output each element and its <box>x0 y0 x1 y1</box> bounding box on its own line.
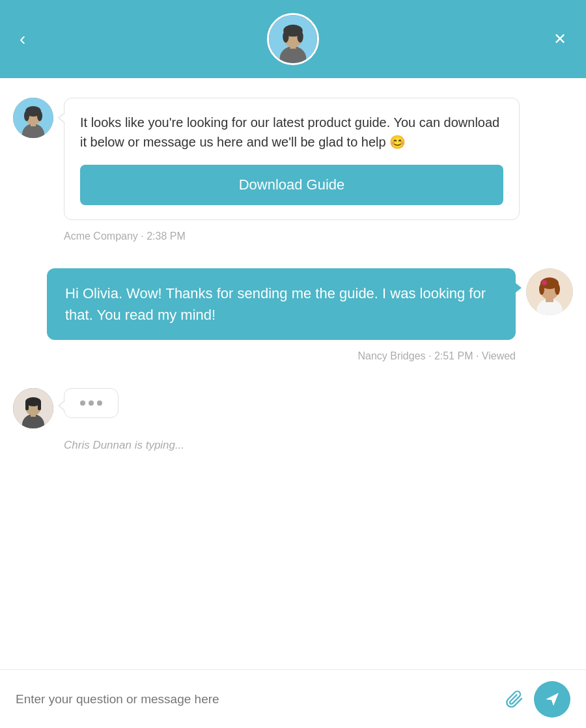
outgoing-status: Viewed <box>482 350 516 361</box>
svg-point-13 <box>37 111 42 121</box>
chat-header: ‹ ✕ <box>0 0 586 78</box>
svg-point-20 <box>555 283 560 295</box>
input-area <box>0 669 586 728</box>
typing-bubble <box>64 388 119 418</box>
typing-indicator-label: Chris Dunnan is typing... <box>64 439 573 452</box>
send-button[interactable] <box>534 681 570 718</box>
incoming-time: 2:38 PM <box>146 231 186 242</box>
svg-rect-28 <box>38 401 41 410</box>
typing-user-avatar <box>13 388 53 428</box>
outgoing-message-row: Hi Olivia. Wow! Thanks for sending me th… <box>13 268 573 340</box>
incoming-bubble: It looks like you're looking for our lat… <box>64 98 520 220</box>
incoming-message-row: It looks like you're looking for our lat… <box>13 98 573 220</box>
agent-avatar <box>267 13 319 65</box>
outgoing-separator: · <box>428 350 434 361</box>
download-guide-button[interactable]: Download Guide <box>80 165 503 205</box>
outgoing-message-meta: Nancy Bridges · 2:51 PM · Viewed <box>13 350 516 362</box>
svg-point-5 <box>283 31 288 43</box>
incoming-message-meta: Acme Company · 2:38 PM <box>64 231 573 242</box>
agent-avatar-small <box>13 98 53 138</box>
typing-dot-1 <box>80 400 85 406</box>
close-button[interactable]: ✕ <box>553 31 566 47</box>
svg-rect-27 <box>25 401 29 410</box>
svg-point-21 <box>542 280 547 285</box>
outgoing-time: 2:51 PM <box>434 350 473 361</box>
chat-area: It looks like you're looking for our lat… <box>0 78 586 669</box>
svg-point-6 <box>297 31 303 43</box>
user-avatar <box>526 268 573 315</box>
incoming-sender: Acme Company <box>64 231 138 242</box>
outgoing-sender: Nancy Bridges <box>357 350 425 361</box>
incoming-message-text: It looks like you're looking for our lat… <box>80 113 503 152</box>
typing-dot-3 <box>97 400 102 406</box>
outgoing-message-text: Hi Olivia. Wow! Thanks for sending me th… <box>65 285 486 323</box>
svg-point-12 <box>24 111 29 121</box>
message-input[interactable] <box>16 692 495 707</box>
outgoing-bubble: Hi Olivia. Wow! Thanks for sending me th… <box>47 268 516 340</box>
typing-row <box>13 388 573 428</box>
attach-button[interactable] <box>505 690 523 708</box>
typing-dot-2 <box>89 400 94 406</box>
outgoing-separator2: · <box>476 350 482 361</box>
incoming-separator: · <box>141 231 146 242</box>
back-button[interactable]: ‹ <box>20 30 25 48</box>
